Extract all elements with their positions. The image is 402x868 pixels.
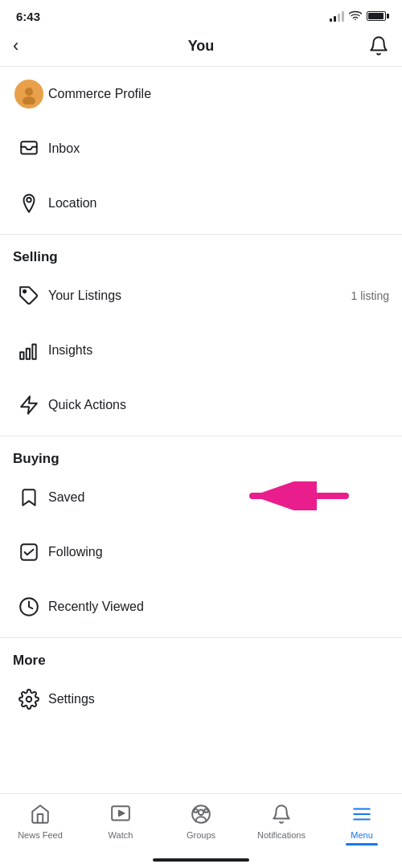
inbox-icon — [13, 133, 45, 165]
signal-icon — [330, 10, 344, 22]
menu-item-recently-viewed[interactable]: Recently Viewed — [0, 579, 402, 634]
menu-item-your-listings[interactable]: Your Listings 1 listing — [0, 268, 402, 323]
svg-point-0 — [355, 19, 356, 20]
menu-item-inbox[interactable]: Inbox — [0, 121, 402, 176]
nav-item-notifications[interactable]: Notifications — [241, 800, 322, 849]
svg-rect-4 — [21, 141, 37, 154]
nav-item-news-feed[interactable]: News Feed — [0, 800, 80, 849]
settings-label: Settings — [48, 692, 95, 706]
tag-icon — [13, 280, 45, 312]
inbox-label: Inbox — [48, 141, 80, 156]
watch-label: Watch — [109, 830, 133, 840]
status-bar: 6:43 — [0, 0, 402, 29]
svg-point-6 — [23, 290, 26, 293]
insights-label: Insights — [48, 343, 92, 358]
section-buying: Buying — [0, 440, 402, 470]
svg-point-2 — [25, 88, 33, 96]
arrow-annotation — [241, 481, 354, 514]
notifications-label: Notifications — [257, 830, 306, 840]
menu-icon — [351, 804, 372, 828]
commerce-profile-label: Commerce Profile — [48, 87, 151, 101]
saved-label: Saved — [48, 490, 84, 505]
header: ‹ You — [0, 29, 402, 67]
svg-point-18 — [192, 805, 210, 823]
gear-icon — [13, 683, 45, 715]
menu-item-quick-actions[interactable]: Quick Actions — [0, 378, 402, 432]
menu-item-settings[interactable]: Settings — [0, 672, 402, 727]
svg-point-21 — [194, 809, 197, 813]
back-button[interactable]: ‹ — [13, 35, 45, 56]
menu-item-insights[interactable]: Insights — [0, 323, 402, 378]
menu-item-commerce-profile[interactable]: Commerce Profile — [0, 67, 402, 121]
bell-button[interactable] — [357, 35, 389, 56]
svg-point-19 — [199, 810, 204, 816]
nav-item-menu[interactable]: Menu — [322, 800, 402, 849]
divider-1 — [0, 234, 402, 235]
chart-icon — [13, 334, 45, 366]
listings-badge: 1 listing — [351, 289, 389, 302]
svg-point-5 — [27, 198, 31, 202]
bottom-nav: News Feed Watch Groups — [0, 793, 402, 852]
menu-active-indicator — [346, 843, 378, 845]
nav-item-groups[interactable]: Groups — [161, 800, 241, 849]
menu-item-location[interactable]: Location — [0, 176, 402, 231]
section-selling: Selling — [0, 238, 402, 268]
bookmark-icon — [13, 481, 45, 514]
svg-point-20 — [204, 809, 207, 813]
location-icon — [13, 187, 45, 219]
page-title: You — [188, 38, 215, 55]
nav-item-watch[interactable]: Watch — [80, 800, 161, 849]
svg-rect-13 — [21, 544, 37, 560]
groups-icon — [191, 804, 211, 828]
menu-content: Commerce Profile Inbox Location Selling — [0, 67, 402, 793]
groups-label: Groups — [187, 830, 215, 840]
status-icons — [330, 9, 386, 23]
svg-marker-17 — [119, 811, 125, 817]
svg-rect-7 — [20, 352, 23, 359]
menu-label: Menu — [351, 830, 373, 840]
avatar-icon — [13, 78, 45, 110]
divider-3 — [0, 637, 402, 638]
wifi-icon — [349, 9, 362, 23]
battery-icon — [367, 11, 386, 21]
your-listings-label: Your Listings — [48, 289, 121, 303]
home-indicator-bar — [153, 858, 249, 862]
bolt-icon — [13, 389, 45, 421]
following-icon — [13, 536, 45, 568]
section-more: More — [0, 641, 402, 672]
menu-item-following[interactable]: Following — [0, 525, 402, 579]
quick-actions-label: Quick Actions — [48, 398, 126, 412]
home-indicator — [0, 852, 402, 868]
watch-icon — [110, 804, 131, 828]
following-label: Following — [48, 545, 103, 559]
svg-rect-8 — [27, 349, 30, 359]
clock-icon — [13, 591, 45, 623]
svg-marker-10 — [21, 396, 37, 414]
notifications-icon — [271, 804, 292, 828]
status-time: 6:43 — [16, 10, 40, 23]
news-feed-label: News Feed — [18, 830, 63, 840]
divider-2 — [0, 436, 402, 436]
menu-item-saved[interactable]: Saved — [0, 470, 402, 525]
location-label: Location — [48, 196, 97, 211]
svg-rect-9 — [32, 344, 35, 358]
home-icon — [30, 804, 51, 828]
svg-point-15 — [27, 697, 32, 702]
recently-viewed-label: Recently Viewed — [48, 600, 144, 614]
